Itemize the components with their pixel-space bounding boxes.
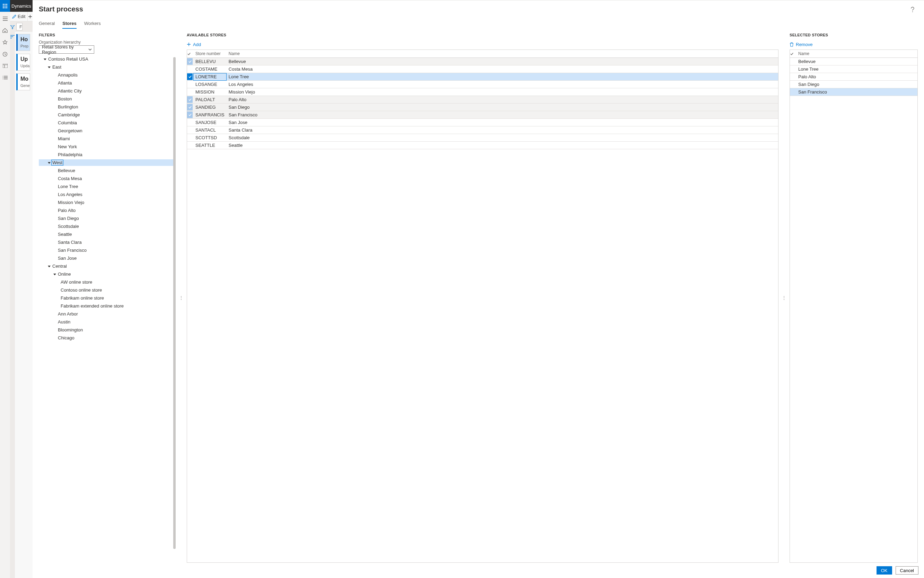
tree-node[interactable]: San Jose xyxy=(39,254,176,262)
favorites-button[interactable] xyxy=(0,37,10,47)
tree-node[interactable]: San Francisco xyxy=(39,246,176,254)
tree-node[interactable]: Annapolis xyxy=(39,71,176,79)
table-row[interactable]: COSTAMECosta Mesa xyxy=(187,65,778,73)
org-hierarchy-tree[interactable]: Contoso Retail USAEastAnnapolisAtlantaAt… xyxy=(39,55,176,563)
filter-search[interactable]: Fi xyxy=(16,23,23,31)
table-row[interactable]: PALOALTPalo Alto xyxy=(187,96,778,104)
hamburger-button[interactable] xyxy=(0,14,10,24)
tree-node[interactable]: Austin xyxy=(39,318,176,326)
checkbox-checked-icon[interactable] xyxy=(187,96,193,103)
checkbox[interactable] xyxy=(187,89,193,95)
table-row[interactable]: SEATTLESeattle xyxy=(187,142,778,149)
tree-node[interactable]: Santa Clara xyxy=(39,238,176,246)
checkbox[interactable] xyxy=(187,81,193,88)
tree-node[interactable]: Fabrikam online store xyxy=(39,294,176,302)
table-row[interactable]: MISSIONMission Viejo xyxy=(187,88,778,96)
add-button[interactable]: Add xyxy=(187,39,779,50)
tree-node[interactable]: Ann Arbor xyxy=(39,310,176,318)
tree-node[interactable]: East xyxy=(39,63,176,71)
table-row[interactable]: BELLEVUBellevue xyxy=(187,58,778,65)
checkbox-checked-icon[interactable] xyxy=(187,112,193,118)
tree-node[interactable]: Contoso Retail USA xyxy=(39,55,176,63)
cancel-button[interactable]: Cancel xyxy=(896,566,919,575)
tree-node[interactable]: Philadelphia xyxy=(39,151,176,159)
help-button[interactable] xyxy=(908,5,918,14)
tree-node[interactable]: Cambridge xyxy=(39,111,176,119)
tab-stores[interactable]: Stores xyxy=(62,21,76,29)
tree-node[interactable]: Costa Mesa xyxy=(39,175,176,182)
table-row[interactable]: LOSANGELos Angeles xyxy=(187,81,778,88)
checkbox[interactable] xyxy=(187,142,193,149)
tree-node[interactable]: Miami xyxy=(39,135,176,143)
tree-node[interactable]: Lone Tree xyxy=(39,182,176,190)
checkbox[interactable] xyxy=(790,81,795,88)
tree-node[interactable]: Palo Alto xyxy=(39,206,176,214)
edit-button[interactable]: Edit xyxy=(10,14,28,19)
org-hierarchy-dropdown[interactable]: Retail Stores by Region xyxy=(39,45,94,54)
remove-button[interactable]: Remove xyxy=(790,39,918,50)
tree-node[interactable]: West xyxy=(39,159,176,167)
tree-node[interactable]: Los Angeles xyxy=(39,190,176,198)
tree-node[interactable]: Contoso online store xyxy=(39,286,176,294)
tree-node[interactable]: San Diego xyxy=(39,214,176,222)
table-row[interactable]: San Francisco xyxy=(790,88,917,96)
checkbox[interactable] xyxy=(187,66,193,72)
checkbox[interactable] xyxy=(187,135,193,141)
table-row[interactable]: Palo Alto xyxy=(790,73,917,81)
modules-button[interactable] xyxy=(0,73,10,83)
tree-node[interactable]: New York xyxy=(39,143,176,151)
checkbox[interactable] xyxy=(790,58,795,65)
checkbox-checked-icon[interactable] xyxy=(187,58,193,65)
tree-node[interactable]: Online xyxy=(39,270,176,278)
tree-node[interactable]: Chicago xyxy=(39,334,176,342)
tree-node[interactable]: Columbia xyxy=(39,119,176,127)
tree-node[interactable]: Seattle xyxy=(39,230,176,238)
tree-node[interactable]: Central xyxy=(39,262,176,270)
available-grid[interactable]: Store number Name BELLEVUBellevueCOSTAME… xyxy=(187,50,779,563)
store-number-header[interactable]: Store number xyxy=(193,50,226,58)
record-card[interactable]: MoGene xyxy=(16,73,30,90)
store-name-header[interactable]: Name xyxy=(226,50,778,58)
select-all-header[interactable] xyxy=(187,50,193,58)
ok-button[interactable]: OK xyxy=(877,566,892,575)
tree-node[interactable]: Scottsdale xyxy=(39,222,176,230)
tree-scrollbar[interactable] xyxy=(173,57,176,549)
home-button[interactable] xyxy=(0,26,10,35)
new-button[interactable] xyxy=(28,12,33,21)
tree-node[interactable]: Burlington xyxy=(39,103,176,111)
checkbox-checked-icon[interactable] xyxy=(187,104,193,110)
tree-node[interactable]: AW online store xyxy=(39,278,176,286)
table-row[interactable]: SANTACLSanta Clara xyxy=(187,127,778,134)
selected-name-header[interactable]: Name xyxy=(796,50,917,58)
checkbox[interactable] xyxy=(790,66,795,72)
table-row[interactable]: SANDIEGSan Diego xyxy=(187,104,778,111)
table-row[interactable]: San Diego xyxy=(790,81,917,88)
tree-node[interactable]: Fabrikam extended online store xyxy=(39,302,176,310)
splitter-left[interactable] xyxy=(181,33,182,563)
table-row[interactable]: Lone Tree xyxy=(790,65,917,73)
tree-node[interactable]: Bellevue xyxy=(39,167,176,175)
filter-toggle[interactable] xyxy=(10,22,15,32)
tree-node[interactable]: Boston xyxy=(39,95,176,103)
recent-button[interactable] xyxy=(0,49,10,59)
table-row[interactable]: SANFRANCISSan Francisco xyxy=(187,111,778,119)
tree-node[interactable]: Bloomington xyxy=(39,326,176,334)
record-card[interactable]: HoPrep xyxy=(16,34,30,51)
record-card[interactable]: UpUpda xyxy=(16,54,30,71)
checkbox[interactable] xyxy=(187,119,193,126)
tree-node[interactable]: Atlantic City xyxy=(39,87,176,95)
table-row[interactable]: LONETRELone Tree xyxy=(187,73,778,81)
sort-toggle[interactable] xyxy=(10,32,15,42)
checkbox[interactable] xyxy=(187,127,193,133)
tree-node[interactable]: Atlanta xyxy=(39,79,176,87)
app-launcher-button[interactable] xyxy=(0,0,10,12)
tree-node[interactable]: Georgetown xyxy=(39,127,176,135)
table-row[interactable]: SCOTTSDScottsdale xyxy=(187,134,778,142)
splitter-right[interactable] xyxy=(783,33,785,563)
workspaces-button[interactable] xyxy=(0,61,10,71)
tab-general[interactable]: General xyxy=(39,21,55,29)
checkbox-checked-icon[interactable] xyxy=(187,73,193,80)
selected-grid[interactable]: Name BellevueLone TreePalo AltoSan Diego… xyxy=(790,50,918,563)
table-row[interactable]: SANJOSESan Jose xyxy=(187,119,778,127)
tree-node[interactable]: Mission Viejo xyxy=(39,198,176,206)
